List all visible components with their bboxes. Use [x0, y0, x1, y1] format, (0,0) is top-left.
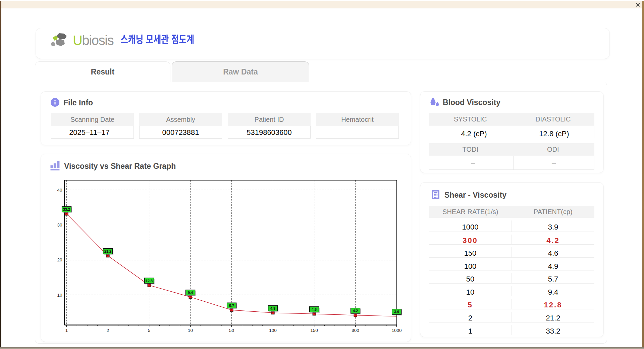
svg-text:3.9: 3.9 — [394, 310, 399, 314]
svg-text:300: 300 — [352, 328, 359, 333]
svg-text:5.7: 5.7 — [229, 304, 234, 308]
svg-text:1: 1 — [65, 328, 68, 333]
svg-text:30: 30 — [57, 222, 62, 228]
svg-text:4.6: 4.6 — [312, 307, 317, 311]
svg-text:100: 100 — [269, 328, 277, 333]
svg-text:33.2: 33.2 — [63, 207, 70, 211]
svg-text:10: 10 — [57, 293, 62, 298]
svg-text:50: 50 — [229, 328, 234, 333]
svg-text:4.9: 4.9 — [270, 306, 275, 310]
svg-text:20: 20 — [57, 257, 62, 262]
svg-text:2: 2 — [107, 328, 109, 333]
svg-text:1000: 1000 — [392, 328, 402, 333]
svg-text:10: 10 — [188, 328, 193, 333]
svg-text:9.4: 9.4 — [188, 291, 193, 295]
svg-text:21.2: 21.2 — [104, 249, 111, 253]
svg-text:150: 150 — [310, 328, 318, 333]
svg-text:4.2: 4.2 — [353, 309, 358, 313]
svg-text:5: 5 — [148, 328, 151, 333]
svg-text:40: 40 — [57, 188, 62, 193]
svg-text:12.8: 12.8 — [146, 279, 153, 283]
